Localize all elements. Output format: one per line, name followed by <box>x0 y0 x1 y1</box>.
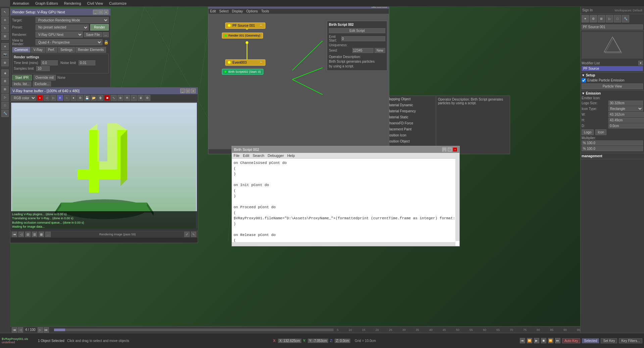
edit-script-btn[interactable]: Edit Script <box>329 28 385 33</box>
pv-menu-tools[interactable]: Tools <box>261 9 269 13</box>
fb-extra-icon[interactable]: + <box>131 95 137 101</box>
z-coord-val[interactable]: Z: 0.0cm <box>335 339 350 343</box>
fb-open-icon[interactable]: 📂 <box>91 95 97 101</box>
toolbar-material-btn[interactable]: ◈ <box>1 69 9 77</box>
menu-rendering[interactable]: Rendering <box>63 1 82 5</box>
fb-circle-fill-btn[interactable]: ● <box>70 95 77 101</box>
render-setup-maximize[interactable]: □ <box>98 10 103 14</box>
fb-rgb-icon[interactable]: R <box>124 95 130 101</box>
samples-input[interactable] <box>36 66 50 71</box>
renderer-select[interactable]: V-Ray GPU Next <box>36 32 83 38</box>
override-mtl-btn[interactable]: Override mtl <box>34 75 56 80</box>
logo-size-input[interactable] <box>608 101 643 106</box>
render-setup-titlebar[interactable]: Render Setup: V-Ray GPU Next _ □ × <box>10 9 110 15</box>
pv-menu-select[interactable]: Select <box>219 9 229 13</box>
playback-play[interactable]: ▶ <box>534 338 539 343</box>
playback-last[interactable]: ⏭ <box>555 338 560 343</box>
rp-utilities-icon[interactable]: 🔧 <box>622 15 629 22</box>
start-ipr-btn[interactable]: Start IPR <box>12 75 32 80</box>
toolbar-hierarchy-btn[interactable]: ⊞ <box>1 85 9 93</box>
fb-fit-btn[interactable]: ⤢ <box>184 232 190 237</box>
event-lock[interactable]: 🔒 <box>259 61 263 64</box>
fb-gear-icon[interactable]: ⚙ <box>77 95 83 101</box>
mult-y-input[interactable] <box>582 146 643 151</box>
rp-motion-icon[interactable]: ▷ <box>606 15 613 22</box>
target-select[interactable]: Production Rendering Mode <box>36 17 109 23</box>
fb-stop-icon[interactable]: ⏹ <box>104 95 110 101</box>
modifier-list-dropdown[interactable]: ▼ <box>638 61 643 65</box>
menu-animation[interactable]: Animation <box>12 1 30 5</box>
fb-expand-btn[interactable]: ⤡ <box>191 232 196 237</box>
vray-fb-minimize[interactable]: _ <box>180 89 185 93</box>
fb-prev-btn[interactable]: ◁ <box>44 95 50 101</box>
tab-render-elements[interactable]: Render Elements <box>76 47 106 53</box>
pv-node-pf-source[interactable]: PF Source 001 🔒 <box>225 22 265 29</box>
tab-settings[interactable]: Settings <box>58 47 75 53</box>
rp-hierarchy-icon[interactable]: ⊞ <box>598 15 605 22</box>
toolbar-move-btn[interactable]: ✛ <box>1 16 9 24</box>
icon-btn[interactable]: Icon <box>595 129 606 135</box>
fb-nav-prev[interactable]: ◁ <box>18 232 24 237</box>
menu-customize[interactable]: Customize <box>108 1 128 5</box>
logo-btn[interactable]: Logo <box>582 129 594 135</box>
icon-type-select[interactable]: Rectangle <box>608 106 643 111</box>
set-key-btn[interactable]: Set Key <box>601 338 617 343</box>
menu-graph-editors[interactable]: Graph Editors <box>34 1 59 5</box>
save-file-btn[interactable]: Save File <box>84 32 102 37</box>
playback-stop[interactable]: ⏹ <box>541 338 546 343</box>
vray-fb-close[interactable]: × <box>191 89 196 93</box>
x-coord-val[interactable]: X: 132.625cm <box>278 339 301 343</box>
rp-modify-icon[interactable]: ⚙ <box>590 15 597 22</box>
bse-menu-help[interactable]: Help <box>287 154 295 158</box>
sign-in-btn[interactable]: Sign In <box>582 8 593 12</box>
toolbar-light-btn[interactable]: ☀ <box>1 43 9 50</box>
toolbar-scale-btn[interactable]: ⊞ <box>1 33 9 40</box>
bse-menu-file[interactable]: File <box>234 154 240 158</box>
bse-minimize[interactable]: _ <box>442 147 447 152</box>
bse-hscrollbar[interactable] <box>232 242 455 246</box>
tl-last[interactable]: ⏭ <box>44 327 49 333</box>
preset-select[interactable]: No preset selected <box>36 24 89 31</box>
save-extra-btn[interactable]: ... <box>103 32 109 37</box>
fb-color-select[interactable]: RGB color <box>11 95 36 101</box>
fb-nav-first[interactable]: ⏮ <box>12 232 17 237</box>
fb-nav-icons3[interactable]: ▦ <box>39 232 44 237</box>
toolbar-helper-btn[interactable]: ⊕ <box>1 59 9 66</box>
toolbar-display-btn[interactable]: □ <box>1 102 9 109</box>
bse-vscrollbar[interactable] <box>455 154 459 241</box>
bse-maximize[interactable]: □ <box>447 147 452 152</box>
depth-input[interactable] <box>608 123 644 128</box>
fb-monitor-icon[interactable]: 🖥 <box>138 95 144 101</box>
fb-save-icon[interactable]: 💾 <box>84 95 90 101</box>
bse-close[interactable]: × <box>453 147 457 152</box>
vray-fb-titlebar[interactable]: V-Ray frame buffer - [100% of 640 x 480]… <box>10 88 198 94</box>
tab-perf[interactable]: Perf. <box>46 47 57 53</box>
toolbar-utilities-btn[interactable]: 🔧 <box>1 110 9 117</box>
pv-canvas[interactable]: PF Source 001 🔒 Render 001 (Geometry) Ev… <box>208 14 389 149</box>
fb-nav-icons[interactable]: ▤ <box>25 232 31 237</box>
object-name-input[interactable] <box>582 24 643 30</box>
toolbar-camera-btn[interactable]: 📷 <box>1 51 9 58</box>
fb-trash-icon[interactable]: 🗑 <box>97 95 103 101</box>
modifier-item-pf-source[interactable]: PF Source <box>582 66 643 71</box>
tab-vray[interactable]: V-Ray <box>31 47 45 53</box>
pv-menu-edit[interactable]: Edit <box>210 9 216 13</box>
tab-common[interactable]: Common <box>12 47 31 53</box>
render-setup-minimize[interactable]: _ <box>93 10 98 14</box>
fb-next-btn[interactable]: ▷ <box>50 95 56 101</box>
timeline-track-wrapper[interactable] <box>54 329 334 331</box>
emit-start-input[interactable] <box>341 36 385 41</box>
seed-input[interactable] <box>352 48 374 53</box>
pv-node-event003[interactable]: Event003 🔒 <box>225 59 265 66</box>
fb-nav-icons2[interactable]: ▥ <box>32 232 37 237</box>
tl-prev[interactable]: ◁ <box>18 327 23 333</box>
bse-content[interactable]: on ChannelsUsed pCont do ( ) on Init pCo… <box>232 159 459 245</box>
noise-limit-input[interactable] <box>79 60 95 65</box>
time-limit-input[interactable] <box>41 60 58 65</box>
particle-view-btn[interactable]: Particle View <box>582 83 643 89</box>
toolbar-rotate-btn[interactable]: ↻ <box>1 24 9 32</box>
width-input[interactable] <box>608 112 644 117</box>
toolbar-modify-btn[interactable]: ⚙ <box>1 77 9 85</box>
pv-menu-display[interactable]: Display <box>232 9 243 13</box>
bse-titlebar[interactable]: Birth Script 002 _ □ × <box>232 146 459 153</box>
